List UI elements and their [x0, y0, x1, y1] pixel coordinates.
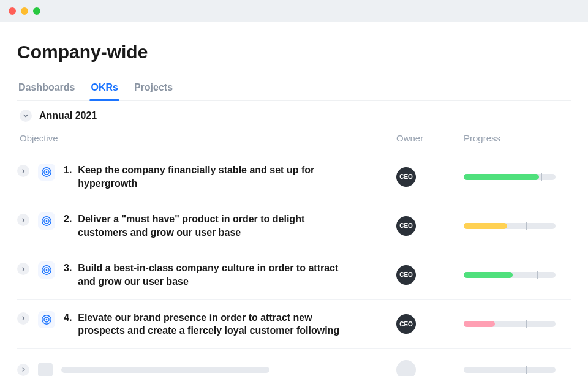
- svg-point-5: [46, 220, 48, 222]
- target-icon: [38, 311, 55, 328]
- progress-marker: [526, 366, 527, 374]
- expand-button[interactable]: [17, 263, 29, 275]
- window-close-button[interactable]: [9, 7, 16, 15]
- okr-row[interactable]: 4. Elevate our brand presence in order t…: [17, 299, 571, 348]
- objective-number: 3.: [64, 261, 72, 288]
- expand-button[interactable]: [17, 214, 29, 226]
- expand-button[interactable]: [17, 312, 29, 325]
- tabs: Dashboards OKRs Projects: [17, 77, 571, 101]
- progress-fill: [464, 272, 513, 278]
- owner-badge[interactable]: CEO: [396, 167, 416, 187]
- window-maximize-button[interactable]: [33, 7, 40, 15]
- column-header-progress: Progress: [464, 133, 571, 143]
- expand-button[interactable]: [17, 165, 29, 177]
- target-icon: [38, 212, 55, 230]
- objective-text: Keep the company financially stable and …: [78, 164, 345, 190]
- target-icon-svg: [41, 314, 52, 325]
- svg-point-2: [46, 171, 48, 173]
- section-title: Annual 2021: [39, 110, 97, 121]
- chevron-down-icon: [23, 113, 28, 118]
- objective-number: 4.: [64, 311, 72, 337]
- column-header-owner: Owner: [396, 133, 464, 143]
- okr-row-placeholder: [17, 348, 571, 376]
- progress-marker: [537, 271, 538, 279]
- progress-marker: [541, 173, 542, 181]
- section-header: Annual 2021: [17, 110, 571, 122]
- objective-text: Deliver a "must have" product in order t…: [78, 212, 345, 239]
- objective-text: Build a best-in-class company culture in…: [78, 261, 345, 288]
- chevron-right-icon: [21, 267, 26, 271]
- objective-text: Elevate our brand presence in order to a…: [78, 311, 345, 337]
- target-icon: [38, 164, 55, 181]
- progress-fill: [464, 174, 539, 180]
- progress-fill: [464, 321, 495, 327]
- progress-bar-placeholder: [464, 367, 556, 373]
- placeholder-icon: [38, 363, 53, 376]
- objective-number: 1.: [64, 164, 72, 190]
- chevron-right-icon: [21, 316, 26, 320]
- chevron-right-icon: [21, 169, 26, 173]
- expand-button[interactable]: [17, 364, 29, 376]
- okr-row[interactable]: 2. Deliver a "must have" product in orde…: [17, 201, 571, 250]
- progress-marker: [526, 222, 527, 230]
- owner-badge[interactable]: CEO: [396, 216, 416, 236]
- owner-badge[interactable]: CEO: [396, 265, 416, 285]
- okr-row[interactable]: 3. Build a best-in-class company culture…: [17, 250, 571, 299]
- okr-list: 1. Keep the company financially stable a…: [17, 152, 571, 348]
- owner-badge[interactable]: CEO: [396, 314, 416, 334]
- target-icon-svg: [41, 167, 52, 178]
- placeholder-owner: [396, 360, 416, 376]
- progress-bar: [464, 174, 556, 180]
- window-minimize-button[interactable]: [21, 7, 28, 15]
- tab-projects[interactable]: Projects: [133, 77, 174, 100]
- objective-number: 2.: [64, 212, 72, 239]
- page-title: Company-wide: [17, 42, 571, 62]
- svg-point-11: [46, 318, 48, 320]
- tab-okrs[interactable]: OKRs: [89, 77, 119, 100]
- tab-dashboards[interactable]: Dashboards: [17, 77, 76, 100]
- target-icon-svg: [41, 216, 52, 227]
- progress-bar: [464, 223, 556, 229]
- placeholder-text: [61, 367, 270, 373]
- svg-point-8: [46, 269, 48, 271]
- target-icon-svg: [41, 265, 52, 276]
- columns-header: Objective Owner Progress: [17, 128, 571, 152]
- progress-fill: [464, 223, 507, 229]
- window-chrome: [0, 0, 588, 22]
- chevron-right-icon: [21, 218, 26, 222]
- chevron-right-icon: [21, 367, 26, 372]
- okr-row[interactable]: 1. Keep the company financially stable a…: [17, 152, 571, 201]
- section-collapse-button[interactable]: [20, 110, 32, 122]
- progress-marker: [526, 320, 527, 328]
- column-header-objective: Objective: [20, 133, 396, 143]
- progress-bar: [464, 272, 556, 278]
- progress-bar: [464, 321, 556, 327]
- target-icon: [38, 261, 55, 279]
